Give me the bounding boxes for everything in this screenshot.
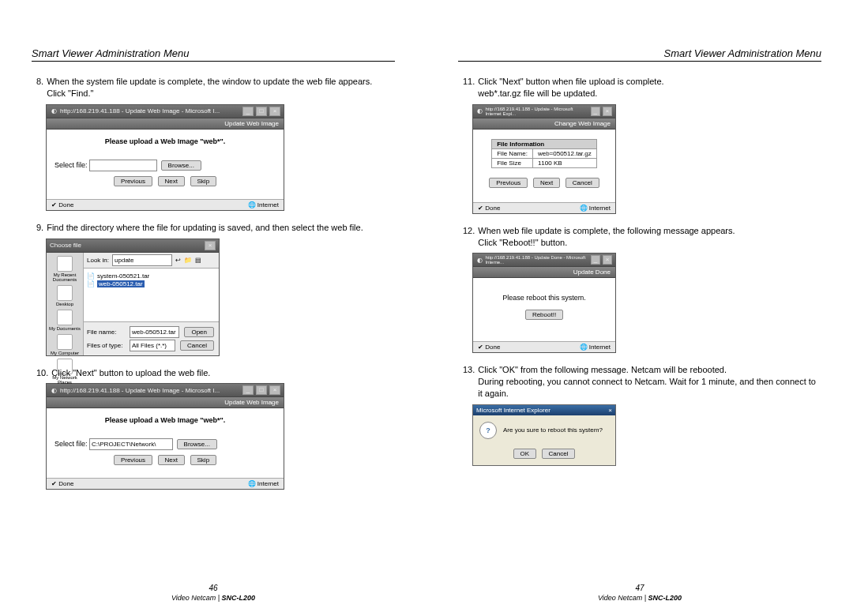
file-path-input[interactable] xyxy=(89,160,157,171)
status-done: ✔ Done xyxy=(51,480,73,487)
file-list[interactable]: 📄 system-050521.tar 📄 web-050512.tar xyxy=(84,269,219,321)
folder-up-icon[interactable]: ↩ xyxy=(175,257,181,264)
screenshot-update-web-path: ◐ http://168.219.41.188 - Update Web Ima… xyxy=(46,383,395,490)
open-button[interactable]: Open xyxy=(184,327,214,337)
file-name-label: File Name: xyxy=(492,148,533,158)
previous-button[interactable]: Previous xyxy=(114,455,152,465)
cancel-button[interactable]: Cancel xyxy=(542,449,576,459)
step-12: 12. When web file update is complete, th… xyxy=(463,225,821,249)
close-icon[interactable]: × xyxy=(269,107,280,116)
step-number: 8. xyxy=(36,76,43,100)
screenshot-msgbox: Microsoft Internet Explorer × ? Are you … xyxy=(472,404,821,466)
reboot-button[interactable]: Reboot!! xyxy=(525,310,563,320)
lookin-label: Look in: xyxy=(87,257,109,264)
page-header-right: Smart Viewer Administration Menu xyxy=(458,47,821,62)
select-file-row: Select file: Browse... xyxy=(54,160,276,171)
ie-icon: ◐ xyxy=(50,386,58,394)
step-text: When the system file update is complete,… xyxy=(47,76,395,100)
sidebar-desktop[interactable]: Desktop xyxy=(56,285,73,306)
next-button[interactable]: Next xyxy=(158,455,185,465)
maximize-icon[interactable]: □ xyxy=(256,107,267,116)
file-path-input[interactable]: C:\PROJECT\Network\ xyxy=(89,438,173,450)
filetype-label: Files of type: xyxy=(87,342,126,349)
filename-label: File name: xyxy=(87,329,126,336)
browse-button[interactable]: Browse... xyxy=(161,160,201,171)
file-dialog-bottom: File name: web-050512.tar Open Files of … xyxy=(84,321,219,355)
status-internet: Internet xyxy=(248,201,279,208)
minimize-icon[interactable]: _ xyxy=(242,385,254,395)
skip-button[interactable]: Skip xyxy=(190,176,217,186)
next-button[interactable]: Next xyxy=(158,176,185,186)
window-titlebar: Choose file × xyxy=(47,239,219,253)
close-icon[interactable]: × xyxy=(603,107,612,116)
window-title-text: http://168.219.41.188 - Update Web Image… xyxy=(60,387,220,394)
footer-right: 47 Video Netcam | SNC-L200 xyxy=(426,584,853,602)
select-file-row: Select file: C:\PROJECT\Network\ Browse.… xyxy=(54,438,276,450)
window-titlebar: ◐ http://168.219.41.188 - Update - Micro… xyxy=(473,105,615,118)
file-info-header: File Information xyxy=(492,139,597,148)
step-10: 10. Click "Next" button to upload the we… xyxy=(36,367,395,379)
step-11: 11. Click "Next" button when file upload… xyxy=(463,76,821,100)
file-item-selected[interactable]: 📄 web-050512.tar xyxy=(87,280,216,287)
skip-button[interactable]: Skip xyxy=(190,455,217,465)
sidebar-recent[interactable]: My Recent Documents xyxy=(47,256,83,282)
new-folder-icon[interactable]: 📁 xyxy=(184,257,192,264)
screenshot-update-done: ◐ http://168.219.41.188 - Update Done - … xyxy=(472,253,821,353)
footer-model: Video Netcam | SNC-L200 xyxy=(426,594,853,602)
page-header-left: Smart Viewer Administration Menu xyxy=(32,47,395,62)
panel-header: Update Web Image xyxy=(47,118,284,130)
file-size-label: File Size xyxy=(492,158,533,167)
window-title-text: http://168.219.41.188 - Update - Microso… xyxy=(485,107,585,116)
message-box: Microsoft Internet Explorer × ? Are you … xyxy=(472,404,616,466)
close-icon[interactable]: × xyxy=(608,407,612,414)
next-button[interactable]: Next xyxy=(533,178,560,188)
file-item[interactable]: 📄 system-050521.tar xyxy=(87,272,216,280)
screenshot-file-chooser: Choose file × My Recent Documents Deskto… xyxy=(46,239,395,356)
close-icon[interactable]: × xyxy=(269,385,280,395)
lookin-combo[interactable]: update xyxy=(112,254,172,266)
step-number: 9. xyxy=(36,222,43,234)
msgbox-title-text: Microsoft Internet Explorer xyxy=(476,407,551,414)
select-file-label: Select file: xyxy=(54,161,88,169)
sidebar-documents[interactable]: My Documents xyxy=(49,310,81,331)
status-done: ✔ Done xyxy=(478,344,500,351)
window-titlebar: ◐ http://168.219.41.188 - Update Web Ima… xyxy=(47,105,284,118)
window-titlebar: ◐ http://168.219.41.188 - Update Done - … xyxy=(473,254,615,267)
file-name-value: web=050512.tar.gz xyxy=(532,148,596,158)
minimize-icon[interactable]: _ xyxy=(591,255,600,265)
screenshot-change-web: ◐ http://168.219.41.188 - Update - Micro… xyxy=(472,104,821,214)
cancel-button[interactable]: Cancel xyxy=(180,340,214,351)
view-icon[interactable]: ▤ xyxy=(195,257,201,264)
panel-header: Change Web Image xyxy=(473,118,615,130)
page-number: 47 xyxy=(426,584,853,592)
reboot-message: Please reboot this system. xyxy=(481,294,607,302)
step-number: 12. xyxy=(463,225,475,249)
status-done: ✔ Done xyxy=(51,201,73,208)
previous-button[interactable]: Previous xyxy=(114,176,152,186)
close-icon[interactable]: × xyxy=(205,241,216,250)
maximize-icon[interactable]: □ xyxy=(256,385,267,395)
close-icon[interactable]: × xyxy=(603,255,612,265)
step-text: Click "OK" from the following message. N… xyxy=(478,364,821,400)
filename-input[interactable]: web-050512.tar xyxy=(130,326,179,338)
window-title-text: http://168.219.41.188 - Update Done - Mi… xyxy=(485,255,586,265)
sidebar-computer[interactable]: My Computer xyxy=(51,334,79,355)
filetype-combo[interactable]: All Files (*.*) xyxy=(130,340,175,351)
cancel-button[interactable]: Cancel xyxy=(566,178,599,188)
ok-button[interactable]: OK xyxy=(513,449,537,459)
panel-body: Please upload a Web Image "web*". Select… xyxy=(47,130,284,199)
question-icon: ? xyxy=(479,422,497,439)
status-done: ✔ Done xyxy=(478,205,500,212)
minimize-icon[interactable]: _ xyxy=(591,107,600,116)
browse-button[interactable]: Browse... xyxy=(177,439,217,449)
step-number: 11. xyxy=(463,76,475,100)
upload-prompt: Please upload a Web Image "web*". xyxy=(54,137,276,145)
minimize-icon[interactable]: _ xyxy=(242,107,254,116)
page-left: Smart Viewer Administration Menu 8. When… xyxy=(0,0,426,616)
previous-button[interactable]: Previous xyxy=(489,178,528,188)
footer-model: Video Netcam | SNC-L200 xyxy=(0,594,426,602)
select-file-label: Select file: xyxy=(54,440,88,448)
file-size-value: 1100 KB xyxy=(532,158,596,167)
step-8: 8. When the system file update is comple… xyxy=(36,76,395,100)
screenshot-update-web-empty: ◐ http://168.219.41.188 - Update Web Ima… xyxy=(46,104,395,211)
